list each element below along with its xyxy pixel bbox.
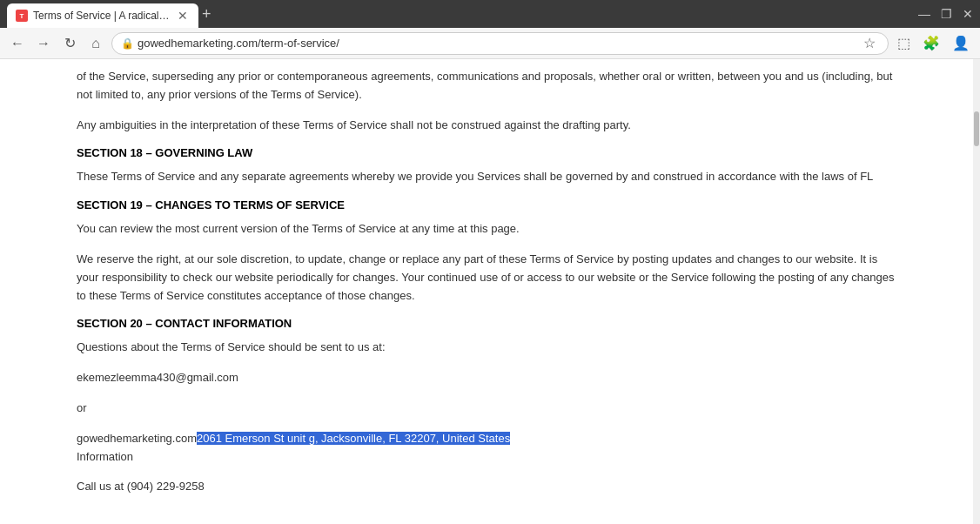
address-bar-wrapper[interactable]: 🔒 ☆ [111,32,889,55]
page-wrapper: of the Service, superseding any prior or… [0,59,980,524]
title-bar: T Terms of Service | A radical ne... ✕ +… [0,0,980,28]
section18-paragraph: These Terms of Service and any separate … [77,168,896,186]
browser-tab[interactable]: T Terms of Service | A radical ne... ✕ [7,3,198,28]
address-suffix: Information [77,450,133,463]
page-content: of the Service, superseding any prior or… [0,59,973,524]
address-paragraph: gowedhemarketing.com2061 Emerson St unit… [77,430,896,467]
ambiguities-paragraph: Any ambiguities in the interpretation of… [77,117,896,135]
address-highlighted: 2061 Emerson St unit g, Jacksonville, FL… [197,432,510,445]
address-bar[interactable] [138,37,860,50]
section19-heading: SECTION 19 – CHANGES TO TERMS OF SERVICE [77,198,896,212]
forward-button[interactable]: → [33,33,54,54]
intro-paragraph: of the Service, superseding any prior or… [77,68,896,104]
tab-title: Terms of Service | A radical ne... [33,10,171,22]
section19-para2: We reserve the right, at our sole discre… [77,251,896,305]
extensions-icon[interactable]: ⬚ [894,35,914,51]
nav-bar: ← → ↻ ⌂ 🔒 ☆ ⬚ 🧩 👤 [0,28,980,59]
email-paragraph: ekemezleemma430@gmail.com [77,369,896,387]
tab-favicon: T [16,10,28,22]
restore-button[interactable]: ❐ [941,7,952,21]
profile-icon[interactable]: 👤 [949,35,973,51]
bookmark-icon[interactable]: ☆ [860,35,879,51]
window-controls: — ❐ ✕ [918,7,973,21]
section18-heading: SECTION 18 – GOVERNING LAW [77,146,896,159]
address-prefix: gowedhemarketing.com [77,432,197,445]
section19-para1: You can review the most current version … [77,220,896,238]
phone-paragraph: Call us at (904) 229-9258 [77,478,896,496]
minimize-button[interactable]: — [918,7,930,21]
back-button[interactable]: ← [7,33,28,54]
lock-icon: 🔒 [121,37,134,50]
home-button[interactable]: ⌂ [85,33,106,54]
tab-close-button[interactable]: ✕ [176,9,190,23]
reload-button[interactable]: ↻ [59,33,80,54]
close-button[interactable]: ✕ [963,7,973,21]
section20-heading: SECTION 20 – CONTACT INFORMATION [77,317,896,330]
section20-intro: Questions about the Terms of Service sho… [77,339,896,357]
new-tab-button[interactable]: + [202,5,211,24]
scrollbar-thumb[interactable] [974,111,979,146]
or-text: or [77,400,896,418]
puzzle-icon[interactable]: 🧩 [919,35,943,51]
scrollbar[interactable] [973,59,980,524]
browser-chrome: T Terms of Service | A radical ne... ✕ +… [0,0,980,59]
